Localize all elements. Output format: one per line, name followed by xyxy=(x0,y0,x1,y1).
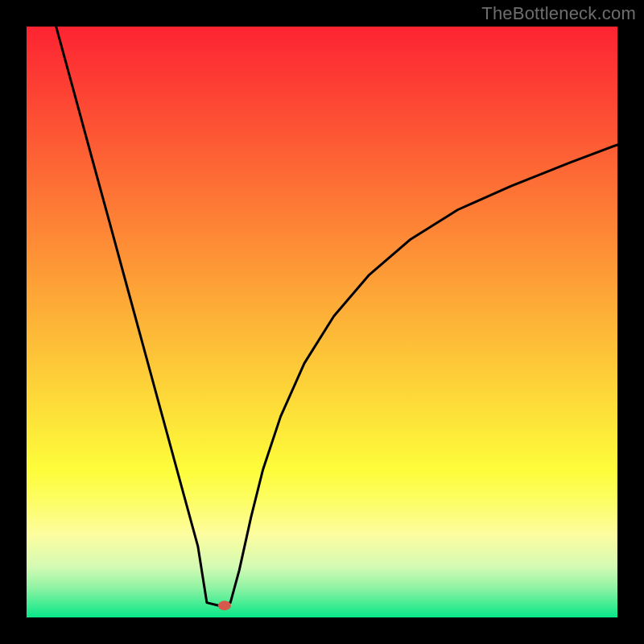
gradient-background xyxy=(27,27,617,617)
plot-area xyxy=(27,27,617,617)
chart-frame: TheBottleneck.com xyxy=(0,0,644,644)
minimum-marker xyxy=(218,601,231,610)
chart-svg xyxy=(27,27,617,617)
watermark-text: TheBottleneck.com xyxy=(481,3,636,24)
